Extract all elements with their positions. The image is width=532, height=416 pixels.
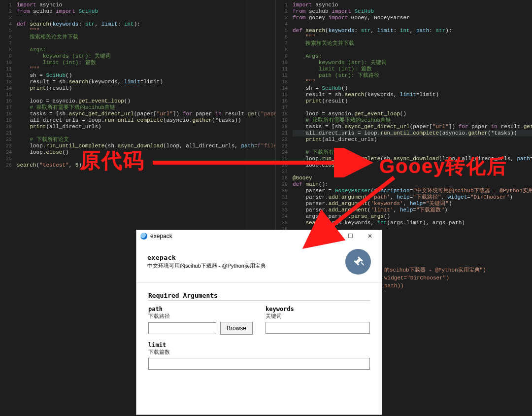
field-path: path 下载路径 Browse (148, 306, 253, 335)
code-area[interactable]: import asynciofrom scihub import SciHubf… (293, 2, 532, 237)
gutter: 1234567891011121314151617181920212223242… (0, 0, 15, 169)
annotation-after: Gooey转化后 (379, 153, 507, 180)
path-input[interactable] (148, 322, 216, 334)
limit-input[interactable] (148, 358, 370, 370)
field-label: keywords (266, 306, 370, 312)
minimap[interactable] (246, 0, 275, 237)
gooey-body: Required Arguments path 下载路径 Browse keyw… (136, 283, 382, 385)
field-keywords: keywords 关键词 (266, 306, 370, 335)
program-desc: 中文环境可用的scihub下载器 - @Python实用宝典 (147, 262, 266, 270)
minimize-button[interactable]: — (321, 231, 340, 242)
code-area[interactable]: import asynciofrom scihub import SciHubd… (17, 2, 276, 169)
field-desc: 关键词 (266, 312, 370, 320)
code-editor-original[interactable]: 1234567891011121314151617181920212223242… (0, 0, 276, 237)
separator (148, 300, 370, 301)
keywords-input[interactable] (266, 322, 370, 334)
settings-icon (345, 249, 371, 275)
close-button[interactable]: ✕ (360, 231, 380, 242)
annotation-original: 原代码 (80, 147, 145, 174)
browse-button[interactable]: Browse (220, 322, 253, 335)
gooey-header: exepack 中文环境可用的scihub下载器 - @Python实用宝典 (136, 242, 382, 283)
field-label: path (148, 306, 253, 312)
section-heading: Required Arguments (148, 292, 370, 299)
app-icon (140, 233, 147, 240)
field-desc: 下载篇数 (148, 348, 370, 356)
gooey-window: exepack — ☐ ✕ exepack 中文环境可用的scihub下载器 -… (136, 230, 382, 415)
window-title: exepack (150, 233, 172, 240)
gutter: 1234567891011121314151617181920212223242… (276, 0, 291, 237)
maximize-button[interactable]: ☐ (340, 231, 360, 242)
code-editor-gooey[interactable]: 1234567891011121314151617181920212223242… (276, 0, 532, 237)
partial-code: 的scihub下载器 - @Python实用宝典")widget="DirCho… (384, 266, 486, 290)
field-limit: limit 下载篇数 (148, 342, 370, 370)
field-label: limit (148, 342, 370, 348)
field-desc: 下载路径 (148, 312, 253, 320)
program-name: exepack (147, 254, 266, 261)
window-titlebar[interactable]: exepack — ☐ ✕ (136, 230, 382, 242)
